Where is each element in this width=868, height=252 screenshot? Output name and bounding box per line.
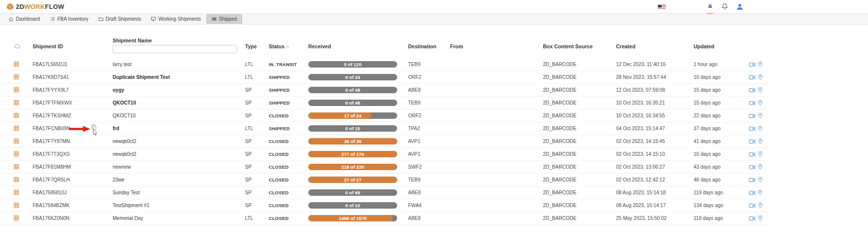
video-action-icon[interactable]	[749, 62, 755, 67]
table-row[interactable]: FBA17F7T3QXS newqk0ct2 SP CLOSED 277 of …	[0, 148, 771, 161]
video-action-icon[interactable]	[749, 165, 755, 170]
table-row[interactable]: FBA17F81M8HM newnew SP CLOSED 218 of 220…	[0, 161, 771, 174]
video-action-icon[interactable]	[749, 178, 755, 182]
video-action-icon[interactable]	[749, 126, 755, 131]
table-row[interactable]: FBA176KZ0N0N Memorial Day LTL CLOSED 149…	[0, 212, 771, 225]
expand-grid-icon[interactable]	[14, 100, 19, 105]
sort-arrows-icon[interactable]: ↑↓	[286, 44, 289, 49]
received-progress-bar: 0 of 48	[308, 87, 397, 93]
location-action-icon[interactable]	[758, 202, 763, 209]
location-action-icon[interactable]	[758, 87, 763, 93]
nav-fba-inventory[interactable]: FBA Inventory	[45, 15, 93, 23]
expand-grid-icon[interactable]	[14, 151, 19, 156]
shipment-id[interactable]: FBA176KZ0N0N	[33, 216, 113, 221]
expand-grid-icon[interactable]	[14, 62, 19, 67]
header-box-content-source[interactable]: Box Content Source	[543, 43, 616, 49]
shipment-id[interactable]: FBA17FCNB09N	[33, 126, 113, 131]
header-from[interactable]: From	[450, 43, 543, 49]
nav-dashboard[interactable]: Dashboard	[4, 15, 44, 23]
received-progress-bar: 36 of 36	[308, 138, 397, 144]
expand-grid-icon[interactable]	[14, 190, 19, 195]
nav-label: Dashboard	[16, 16, 40, 22]
header-received[interactable]: Received	[308, 43, 408, 49]
location-action-icon[interactable]	[758, 215, 763, 221]
notifications-bell-icon[interactable]	[721, 3, 728, 10]
table-row[interactable]: FBA17F7Y87MN newqk0ct2 SP CLOSED 36 of 3…	[0, 135, 771, 148]
header-status[interactable]: Status↑↓	[269, 43, 308, 49]
shipment-id[interactable]: FBA17F81M8HM	[33, 164, 113, 170]
table-row[interactable]: FBA17L565DJ1 larry test LTL IN_TRANSIT 0…	[0, 58, 771, 71]
expand-grid-icon[interactable]	[14, 87, 19, 92]
table-row[interactable]: FBA17FYYX9L7 uygy SP SHIPPED 0 of 48 ABE…	[0, 84, 771, 97]
expand-grid-icon[interactable]	[14, 113, 19, 118]
table-row[interactable]: FBA17FTKSHMZ QKOCT10 SP CLOSED 17 of 24 …	[0, 109, 771, 122]
shipment-id[interactable]: FBA17F7T3QXS	[33, 151, 113, 157]
topbar: 2DWORKFLOW a	[0, 0, 766, 13]
location-action-icon[interactable]	[758, 138, 763, 144]
header-type[interactable]: Type	[245, 43, 269, 49]
video-action-icon[interactable]	[749, 88, 755, 93]
table-row[interactable]: FBA17584BZMK TestShipment #1 SP CLOSED 0…	[0, 199, 771, 212]
video-action-icon[interactable]	[749, 139, 755, 144]
location-action-icon[interactable]	[758, 61, 763, 68]
language-flag-icon[interactable]	[658, 4, 666, 9]
video-action-icon[interactable]	[749, 216, 755, 221]
shipment-id[interactable]: FBA17F7Y87MN	[33, 139, 113, 144]
header-shipment-name: Shipment Name	[113, 35, 245, 53]
created: 02 Oct 2023, 12:42:12	[616, 177, 694, 182]
expand-grid-icon[interactable]	[14, 216, 19, 220]
barcode-icon	[211, 16, 217, 22]
shipment-id[interactable]: FBA17FYYX9L7	[33, 87, 113, 93]
destination: ORF2	[408, 74, 450, 80]
location-action-icon[interactable]	[758, 125, 763, 132]
shipment-id[interactable]: FBA17F7QR5LH	[33, 177, 113, 182]
video-action-icon[interactable]	[749, 113, 755, 118]
location-action-icon[interactable]	[758, 189, 763, 196]
expand-grid-icon[interactable]	[14, 139, 19, 144]
nav-shipped[interactable]: Shipped	[207, 14, 242, 24]
table-row[interactable]: FBA17K8D7S41 Duplicate Shipment Test LTL…	[0, 71, 771, 84]
header-destination[interactable]: Destination	[408, 43, 450, 49]
location-action-icon[interactable]	[758, 112, 763, 119]
expand-grid-icon[interactable]	[14, 177, 19, 182]
user-account-icon[interactable]	[736, 3, 744, 10]
shipment-id[interactable]: FBA17FTKSHMZ	[33, 113, 113, 118]
box-content-source: 2D_BARCODE	[543, 100, 616, 106]
video-action-icon[interactable]	[749, 203, 755, 208]
video-action-icon[interactable]	[749, 190, 755, 195]
shipment-id[interactable]: FBA17585810J	[33, 190, 113, 195]
table-row[interactable]: FBA17F7QR5LH 23we SP CLOSED 27 of 27 TEB…	[0, 174, 771, 186]
table-row[interactable]: FBA17FCNB09N frd LTL SHIPPED 0 of 15 TPA…	[0, 122, 771, 135]
location-action-icon[interactable]	[758, 100, 763, 106]
table-row[interactable]: FBA17FTFMXWX QKOCT10 SP SHIPPED 0 of 48 …	[0, 97, 771, 109]
progress-label: 1496 of 1575	[308, 215, 397, 221]
header-created[interactable]: Created	[616, 43, 694, 49]
video-action-icon[interactable]	[749, 101, 755, 106]
expand-grid-icon[interactable]	[14, 126, 19, 131]
expand-grid-icon[interactable]	[14, 74, 19, 79]
header-shipment-id[interactable]: Shipment ID	[33, 43, 113, 49]
shipment-type: SP	[245, 113, 269, 118]
shipment-id[interactable]: FBA17K8D7S41	[33, 74, 113, 80]
location-action-icon[interactable]	[758, 151, 763, 157]
header-updated[interactable]: Updated	[694, 43, 749, 49]
location-action-icon[interactable]	[758, 74, 763, 80]
expand-grid-icon[interactable]	[14, 164, 19, 169]
shipment-id[interactable]: FBA17L565DJ1	[33, 62, 113, 67]
amazon-icon[interactable]: a	[706, 3, 713, 11]
table-row[interactable]: FBA17585810J Sunday Test SP CLOSED 0 of …	[0, 186, 771, 199]
video-action-icon[interactable]	[749, 152, 755, 157]
video-action-icon[interactable]	[749, 75, 755, 80]
location-action-icon[interactable]	[758, 164, 763, 170]
shipment-id[interactable]: FBA17FTFMXWX	[33, 100, 113, 106]
nav-draft-shipments[interactable]: Draft Shipments	[94, 15, 146, 23]
nav-working-shipments[interactable]: Working Shipments	[146, 15, 206, 23]
shipment-status: CLOSED	[269, 216, 308, 221]
location-action-icon[interactable]	[758, 177, 763, 183]
expand-grid-icon[interactable]	[14, 203, 19, 208]
shipment-id[interactable]: FBA17584BZMK	[33, 203, 113, 208]
app-logo[interactable]: 2DWORKFLOW	[6, 3, 64, 10]
shipment-type: SP	[245, 100, 269, 106]
progress-label: 0 of 15	[308, 125, 397, 132]
shipment-name-filter-input[interactable]	[113, 45, 237, 53]
